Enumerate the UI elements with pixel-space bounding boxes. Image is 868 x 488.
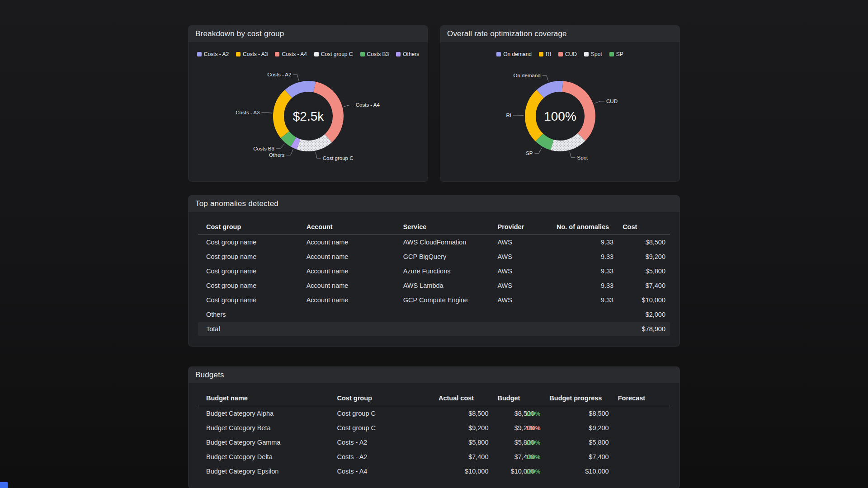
budget-row[interactable]: Budget Category GammaCosts - A2$5,800$5,… xyxy=(198,435,670,450)
cell-budget: $10,000100% xyxy=(493,464,545,479)
donut-label-connector xyxy=(316,152,321,158)
budgets-table-header: Budget nameCost groupActual costBudgetBu… xyxy=(198,390,670,406)
budget-percent-badge: 100% xyxy=(525,410,540,417)
cell-no-of-anomalies: 9.33 xyxy=(552,264,618,278)
column-header-budget-progress: Budget progress xyxy=(545,390,613,406)
donut-segment-spot[interactable] xyxy=(552,137,581,146)
cell-cost-group: Cost group name xyxy=(198,264,302,278)
cell-provider: AWS xyxy=(493,278,552,293)
dashboard: Breakdown by cost group Costs - A2Costs … xyxy=(188,0,680,488)
legend-label: Costs - A2 xyxy=(204,51,229,57)
donut-segment-others[interactable] xyxy=(293,142,298,144)
legend-item-cud[interactable]: CUD xyxy=(558,51,577,57)
anomaly-row[interactable]: Cost group nameAccount nameGCP Compute E… xyxy=(198,293,670,307)
legend-swatch-icon xyxy=(314,52,319,56)
cell-budget-progress: $7,400 xyxy=(545,450,613,464)
column-header-budget-name: Budget name xyxy=(198,390,333,406)
legend-swatch-icon xyxy=(236,52,241,56)
cell-service: GCP Compute Engine xyxy=(399,293,493,307)
budget-percent-badge: 100% xyxy=(525,468,540,475)
legend-item-ri[interactable]: RI xyxy=(539,51,551,57)
cell-cost-group: Cost group C xyxy=(333,406,434,421)
donut-label-connector xyxy=(261,113,272,113)
legend-item-sp[interactable]: SP xyxy=(609,51,623,57)
legend-label: Others xyxy=(403,51,419,57)
cell-actual-cost: $8,500 xyxy=(434,406,493,421)
donut-segment-on-demand[interactable] xyxy=(540,86,563,94)
donut-segment-ri[interactable] xyxy=(530,94,540,137)
column-header-no-of-anomalies: No. of anomalies xyxy=(552,219,618,235)
anomaly-row[interactable]: Cost group nameAccount nameAWS LambdaAWS… xyxy=(198,278,670,293)
cost-group-donut-chart: Costs - A2Costs - A4Cost group COthersCo… xyxy=(189,59,428,176)
chart-row: Breakdown by cost group Costs - A2Costs … xyxy=(188,25,680,182)
cell-budget: $8,500100% xyxy=(493,406,545,421)
budgets-table-body: Budget Category AlphaCost group C$8,500$… xyxy=(198,406,670,479)
budget-row[interactable]: Budget Category EpsilonCosts - A4$10,000… xyxy=(198,464,670,479)
budgets-table: Budget nameCost groupActual costBudgetBu… xyxy=(198,390,670,479)
budget-row[interactable]: Budget Category DeltaCosts - A2$7,400$7,… xyxy=(198,450,670,464)
budget-percent-badge: 100% xyxy=(525,439,540,446)
cell-budget-name: Budget Category Epsilon xyxy=(198,464,333,479)
legend-item-others[interactable]: Others xyxy=(396,51,419,57)
legend-item-costs-b3[interactable]: Costs B3 xyxy=(360,51,389,57)
total-row: Total$78,900 xyxy=(198,322,670,336)
anomaly-row[interactable]: Cost group nameAccount nameAzure Functio… xyxy=(198,264,670,278)
cell-cost: $10,000 xyxy=(618,293,670,307)
donut-label: RI xyxy=(506,113,512,118)
legend-label: Spot xyxy=(591,51,602,57)
cell-no-of-anomalies: 9.33 xyxy=(552,249,618,264)
legend-item-costs-a2[interactable]: Costs - A2 xyxy=(197,51,229,57)
legend-swatch-icon xyxy=(609,52,614,56)
anomaly-row[interactable]: Cost group nameAccount nameGCP BigQueryA… xyxy=(198,249,670,264)
cell-cost-group: Cost group name xyxy=(198,278,302,293)
legend-label: CUD xyxy=(565,51,577,57)
cell-budget-name: Budget Category Alpha xyxy=(198,406,333,421)
legend-item-costs-a4[interactable]: Costs - A4 xyxy=(275,51,307,57)
legend-swatch-icon xyxy=(584,52,589,56)
cell-budget-progress: $10,000 xyxy=(545,464,613,479)
cell-provider: AWS xyxy=(493,264,552,278)
column-header-budget: Budget xyxy=(493,390,545,406)
cell-provider: AWS xyxy=(493,235,552,250)
donut-segment-sp[interactable] xyxy=(539,137,552,145)
budget-row[interactable]: Budget Category AlphaCost group C$8,500$… xyxy=(198,406,670,421)
summary-spacer xyxy=(493,322,552,336)
legend-item-cost-group-c[interactable]: Cost group C xyxy=(314,51,353,57)
donut-label: CUD xyxy=(606,99,618,104)
budget-row[interactable]: Budget Category BetaCost group C$9,200$9… xyxy=(198,421,670,435)
legend-label: On demand xyxy=(503,51,532,57)
legend-item-spot[interactable]: Spot xyxy=(584,51,602,57)
donut-label: Spot xyxy=(577,155,588,160)
chart-legend: On demandRICUDSpotSP xyxy=(440,51,679,57)
cell-budget-name: Budget Category Beta xyxy=(198,421,333,435)
legend-swatch-icon xyxy=(197,52,202,56)
summary-spacer xyxy=(493,307,552,322)
donut-label-connector xyxy=(286,150,293,155)
donut-label: SP xyxy=(526,150,533,156)
rate-optimization-donut-chart: On demandCUDSpotSPRI100% xyxy=(440,59,679,176)
budget-percent-badge: 100% xyxy=(525,425,540,432)
donut-label-connector xyxy=(542,75,548,81)
cell-cost-group: Costs - A2 xyxy=(333,435,434,450)
cell-cost-group: Cost group name xyxy=(198,249,302,264)
cell-account: Account name xyxy=(302,293,399,307)
donut-segment-costs-a2[interactable] xyxy=(288,86,315,94)
rate-optimization-card: Overall rate optimization coverage On de… xyxy=(440,25,680,182)
card-title: Overall rate optimization coverage xyxy=(440,26,679,42)
summary-label: Total xyxy=(198,322,302,336)
legend-item-on-demand[interactable]: On demand xyxy=(496,51,532,57)
donut-segment-costs-b3[interactable] xyxy=(285,135,293,142)
anomalies-table: Cost groupAccountServiceProviderNo. of a… xyxy=(198,219,670,336)
anomaly-row[interactable]: Cost group nameAccount nameAWS CloudForm… xyxy=(198,235,670,250)
donut-segment-cost-group-c[interactable] xyxy=(298,138,328,146)
donut-center-value: 100% xyxy=(544,109,576,123)
legend-label: SP xyxy=(616,51,623,57)
cell-cost: $9,200 xyxy=(618,249,670,264)
donut-segment-costs-a3[interactable] xyxy=(278,94,288,135)
top-anomalies-card: Top anomalies detected Cost groupAccount… xyxy=(188,195,680,347)
card-title: Top anomalies detected xyxy=(189,196,679,212)
column-header-forecast: Forecast xyxy=(613,390,670,406)
anomalies-table-header: Cost groupAccountServiceProviderNo. of a… xyxy=(198,219,670,235)
legend-item-costs-a3[interactable]: Costs - A3 xyxy=(236,51,268,57)
summary-spacer xyxy=(399,322,493,336)
